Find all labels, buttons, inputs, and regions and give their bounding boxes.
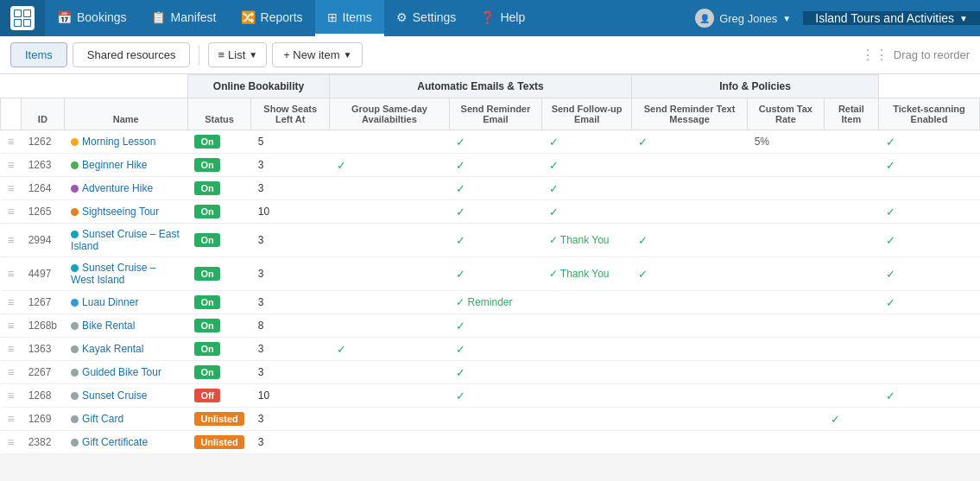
drag-cell[interactable]: ≡: [1, 338, 22, 361]
drag-handle-icon[interactable]: ≡: [8, 365, 15, 379]
ticket-cell: [879, 177, 980, 200]
list-icon: ≡: [218, 48, 224, 61]
drag-cell[interactable]: ≡: [1, 291, 22, 314]
drag-cell[interactable]: ≡: [1, 408, 22, 431]
new-item-dropdown-icon: ▼: [344, 50, 352, 60]
list-view-button[interactable]: ≡ List ▼: [208, 42, 267, 67]
name-cell[interactable]: Gift Card: [64, 408, 187, 431]
name-cell[interactable]: Morning Lesson: [64, 130, 187, 154]
check-icon: ✓: [638, 234, 648, 247]
name-cell[interactable]: Sunset Cruise – East Island: [64, 224, 187, 257]
name-cell[interactable]: Luau Dinner: [64, 291, 187, 314]
nav-item-help[interactable]: ❓ Help: [468, 0, 537, 36]
reminder-text-cell: [631, 431, 747, 454]
drag-handle-icon[interactable]: ≡: [8, 389, 15, 402]
table-row: ≡ 2267 Guided Bike Tour On 3 ✓: [1, 361, 980, 384]
drag-handle-icon[interactable]: ≡: [8, 135, 15, 149]
reminder-email-cell: [449, 431, 542, 454]
check-icon: ✓: [886, 234, 895, 247]
check-text: ✓ Reminder: [456, 296, 512, 308]
logo[interactable]: [0, 0, 45, 36]
drag-cell[interactable]: ≡: [1, 154, 22, 177]
tab-items[interactable]: Items: [10, 42, 67, 67]
seats-cell: 3: [251, 224, 330, 257]
drag-cell[interactable]: ≡: [1, 130, 22, 154]
manifest-icon: 📋: [151, 10, 166, 24]
drag-cell[interactable]: ≡: [1, 200, 22, 224]
status-dot: [71, 322, 79, 330]
user-dropdown-icon: ▼: [782, 14, 791, 23]
check-icon: ✓: [456, 234, 465, 247]
reminder-email-cell: ✓: [449, 338, 542, 361]
drag-cell[interactable]: ≡: [1, 431, 22, 454]
reminder-text-cell: [631, 177, 747, 200]
seats-cell: 10: [251, 200, 330, 224]
status-cell[interactable]: Unlisted: [187, 408, 250, 431]
drag-cell[interactable]: ≡: [1, 361, 22, 384]
group-same-day-cell: [330, 361, 450, 384]
status-cell[interactable]: On: [187, 154, 250, 177]
drag-handle-icon[interactable]: ≡: [8, 412, 15, 426]
retail-cell: [824, 361, 878, 384]
drag-cell[interactable]: ≡: [1, 257, 22, 291]
nav-item-bookings[interactable]: 📅 Bookings: [45, 0, 139, 36]
check-icon: ✓: [456, 182, 465, 195]
status-cell[interactable]: Unlisted: [187, 431, 250, 454]
name-cell[interactable]: Adventure Hike: [64, 177, 187, 200]
tax-cell: [748, 361, 825, 384]
status-cell[interactable]: On: [187, 291, 250, 314]
drag-handle-icon[interactable]: ≡: [8, 205, 15, 218]
new-item-button[interactable]: + New item ▼: [272, 42, 363, 67]
drag-cell[interactable]: ≡: [1, 314, 22, 338]
followup-email-cell: [542, 338, 632, 361]
status-cell[interactable]: On: [187, 361, 250, 384]
tax-cell: [748, 408, 825, 431]
drag-handle-icon[interactable]: ≡: [8, 319, 15, 332]
nav-item-settings[interactable]: ⚙ Settings: [384, 0, 469, 36]
name-cell[interactable]: Sunset Cruise: [64, 384, 187, 408]
nav-company[interactable]: Island Tours and Activities ▼: [803, 11, 980, 25]
nav-item-reports[interactable]: 🔀 Reports: [229, 0, 315, 36]
sub-nav-right: ⋮⋮ Drag to reorder: [861, 47, 970, 63]
check-icon: ✓: [886, 268, 895, 281]
nav-item-manifest[interactable]: 📋 Manifest: [139, 0, 229, 36]
name-cell[interactable]: Sightseeing Tour: [64, 200, 187, 224]
status-cell[interactable]: On: [187, 200, 250, 224]
status-cell[interactable]: On: [187, 130, 250, 154]
name-cell[interactable]: Kayak Rental: [64, 338, 187, 361]
status-cell[interactable]: Off: [187, 384, 250, 408]
tab-shared-resources[interactable]: Shared resources: [73, 42, 191, 67]
status-cell[interactable]: On: [187, 257, 250, 291]
nav-item-items[interactable]: ⊞ Items: [315, 0, 384, 36]
drag-handle-icon[interactable]: ≡: [8, 233, 15, 247]
drag-cell[interactable]: ≡: [1, 177, 22, 200]
name-cell[interactable]: Sunset Cruise – West Island: [64, 257, 187, 291]
name-cell[interactable]: Bike Rental: [64, 314, 187, 338]
status-badge: On: [194, 181, 219, 195]
reports-icon: 🔀: [241, 10, 256, 24]
ticket-cell: ✓: [879, 257, 980, 291]
drag-handle-icon[interactable]: ≡: [8, 181, 15, 195]
status-cell[interactable]: On: [187, 177, 250, 200]
company-dropdown-icon: ▼: [959, 14, 968, 23]
table-row: ≡ 1263 Beginner Hike On 3 ✓ ✓ ✓ ✓: [1, 154, 980, 177]
drag-cell[interactable]: ≡: [1, 384, 22, 408]
name-cell[interactable]: Beginner Hike: [64, 154, 187, 177]
table-row: ≡ 1268b Bike Rental On 8 ✓: [1, 314, 980, 338]
drag-handle-icon[interactable]: ≡: [8, 267, 15, 281]
drag-handle-icon[interactable]: ≡: [8, 342, 15, 356]
table-row: ≡ 2382 Gift Certificate Unlisted 3: [1, 431, 980, 454]
name-cell[interactable]: Gift Certificate: [64, 431, 187, 454]
drag-handle-icon[interactable]: ≡: [8, 158, 15, 172]
nav-user[interactable]: 👤 Greg Jones ▼: [683, 9, 803, 28]
drag-handle-icon[interactable]: ≡: [8, 435, 15, 449]
status-cell[interactable]: On: [187, 314, 250, 338]
status-cell[interactable]: On: [187, 338, 250, 361]
drag-handle-icon[interactable]: ≡: [8, 295, 15, 309]
status-cell[interactable]: On: [187, 224, 250, 257]
drag-cell[interactable]: ≡: [1, 224, 22, 257]
retail-cell: [824, 130, 878, 154]
divider: [199, 45, 199, 66]
name-cell[interactable]: Guided Bike Tour: [64, 361, 187, 384]
status-dot: [71, 231, 79, 238]
